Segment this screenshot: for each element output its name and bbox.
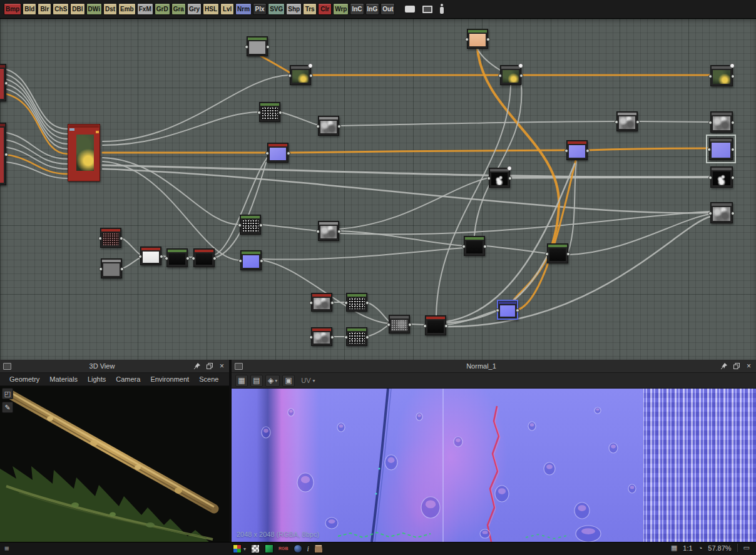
toolbar-button-plx[interactable]: Plx xyxy=(253,3,267,15)
graph-node-base-material[interactable] xyxy=(68,124,100,181)
float-icon[interactable] xyxy=(732,362,740,370)
tiles-icon[interactable]: ▦ xyxy=(671,544,677,552)
toolbar-button-out[interactable]: Out xyxy=(381,3,395,15)
comment-icon[interactable] xyxy=(405,6,415,13)
picker-icon[interactable]: ✎ xyxy=(2,402,13,413)
toolbar-button-svg[interactable]: SVG xyxy=(268,3,285,15)
graph-node-normal-combine-2[interactable] xyxy=(566,140,588,160)
graph-node-levels-dark-2[interactable] xyxy=(193,248,215,267)
graph-node-edge-red-1[interactable] xyxy=(0,64,6,101)
toolbar-button-gry[interactable]: Gry xyxy=(187,3,202,15)
graph-node-output-normal[interactable] xyxy=(709,138,733,160)
float-icon[interactable] xyxy=(205,362,213,370)
toolbar-button-grd[interactable]: GrD xyxy=(155,3,170,15)
graph-node-normal-drops[interactable] xyxy=(240,250,262,270)
pin-icon[interactable] xyxy=(720,362,728,370)
graph-node-uniform-dark[interactable] xyxy=(101,258,122,278)
node-output-dot[interactable] xyxy=(730,63,735,68)
graph-node-grunge-red[interactable] xyxy=(100,228,121,248)
graph-node-output-basecolor[interactable] xyxy=(710,65,733,86)
toolbar-button-chs[interactable]: ChS xyxy=(53,3,69,15)
toolbar-button-lvl[interactable]: Lvl xyxy=(220,3,234,15)
zoom-percent[interactable]: 57.87% xyxy=(708,544,731,552)
toolbar-button-nrm[interactable]: Nrm xyxy=(235,3,252,15)
graph-node-noise-fine-2[interactable] xyxy=(240,215,261,235)
color-chart-icon[interactable] xyxy=(233,544,242,553)
checker-icon[interactable] xyxy=(251,544,260,553)
frame-icon[interactable] xyxy=(422,6,432,13)
info-icon[interactable]: i xyxy=(307,544,309,553)
bucket-icon[interactable] xyxy=(314,544,323,553)
graph-node-drops-gray-2[interactable] xyxy=(311,327,332,346)
node-output-dot[interactable] xyxy=(507,166,512,171)
display-icon[interactable]: ▭ xyxy=(743,544,750,552)
graph-node-blend-white[interactable] xyxy=(140,247,161,265)
graph-node-output-roughness[interactable] xyxy=(710,111,733,133)
material-icon[interactable] xyxy=(265,544,273,553)
graph-node-blend-dark-1[interactable] xyxy=(464,236,485,256)
graph-node-drops-gray-1[interactable] xyxy=(311,293,332,312)
pin-icon[interactable] xyxy=(193,362,201,370)
graph-node-blend-red[interactable] xyxy=(425,315,446,335)
menu-camera[interactable]: Camera xyxy=(111,374,145,384)
graph-node-clouds-2[interactable] xyxy=(318,221,339,241)
sphere-icon[interactable] xyxy=(294,544,302,553)
grid-icon[interactable]: ▦ xyxy=(235,375,248,387)
toolbar-button-dst[interactable]: Dst xyxy=(103,3,117,15)
menu-materials[interactable]: Materials xyxy=(45,374,82,384)
graph-node-blend-dark-2[interactable] xyxy=(547,243,568,263)
graph-node-leaf-diffuse-1[interactable] xyxy=(290,65,311,85)
pin-tool-icon[interactable] xyxy=(440,7,444,14)
graph-canvas[interactable] xyxy=(0,19,756,360)
3d-viewport[interactable]: ◰ ✎ xyxy=(0,386,229,542)
graph-node-edge-red-2[interactable] xyxy=(0,123,6,185)
graph-node-drops-spec-2[interactable] xyxy=(346,327,367,346)
toolbar-button-fxm[interactable]: FxM xyxy=(137,3,153,15)
graph-node-normal-combine-1[interactable] xyxy=(267,143,289,163)
toolbar-button-gra[interactable]: Gra xyxy=(171,3,186,15)
pixel-ratio[interactable]: 1:1 xyxy=(683,544,692,552)
graph-node-drops-spec-1[interactable] xyxy=(346,293,367,312)
toolbar-button-emb[interactable]: Emb xyxy=(118,3,136,15)
close-icon[interactable]: × xyxy=(745,362,753,370)
toolbar-button-bmp[interactable]: Bmp xyxy=(4,3,21,15)
toolbar-button-dbl[interactable]: DBl xyxy=(70,3,84,15)
caret-icon[interactable]: ▾ xyxy=(243,546,246,552)
menu-geometry[interactable]: Geometry xyxy=(5,374,44,384)
graph-node-drops-mix[interactable] xyxy=(389,315,410,334)
snapshot-icon[interactable]: ◰ xyxy=(2,388,13,399)
node-output-dot[interactable] xyxy=(518,63,523,68)
toolbar-button-hsl[interactable]: HSL xyxy=(203,3,219,15)
graph-node-leaf-mask[interactable] xyxy=(489,168,510,188)
menu-environment[interactable]: Environment xyxy=(146,374,193,384)
uv-mode-dropdown[interactable]: UV▾ xyxy=(297,377,319,384)
toolbar-button-ing[interactable]: InG xyxy=(365,3,380,15)
graph-node-uniform-gray[interactable] xyxy=(247,36,268,56)
graph-node-levels-dark-1[interactable] xyxy=(166,248,188,267)
save-icon[interactable]: ▤ xyxy=(250,375,263,387)
graph-node-uniform-peach[interactable] xyxy=(467,29,488,49)
graph-node-output-height[interactable] xyxy=(710,202,733,223)
2d-viewport[interactable]: 2048 x 2048 (RGBA, 8bpc) xyxy=(232,389,756,542)
transform-icon[interactable]: ◈▾ xyxy=(265,375,280,387)
toolbar-button-bld[interactable]: Bld xyxy=(23,3,36,15)
toolbar-button-inc[interactable]: InC xyxy=(350,3,364,15)
graph-node-clouds-1[interactable] xyxy=(318,116,339,136)
outliner-icon[interactable]: ≡ xyxy=(4,544,9,553)
toolbar-button-clr[interactable]: Clr xyxy=(318,3,332,15)
toolbar-button-trs[interactable]: Trs xyxy=(303,3,317,15)
rgb-channels-icon[interactable]: RGB xyxy=(278,544,289,553)
graph-node-clouds-3[interactable] xyxy=(616,111,638,131)
toolbar-button-dwi[interactable]: DWi xyxy=(86,3,102,15)
toolbar-button-shp[interactable]: Shp xyxy=(286,3,302,15)
menu-scene[interactable]: Scene xyxy=(195,374,223,384)
menu-lights[interactable]: Lights xyxy=(83,374,110,384)
graph-node-output-opacity[interactable] xyxy=(710,166,733,188)
graph-node-normal-water[interactable] xyxy=(497,300,518,320)
graph-node-leaf-diffuse-2[interactable] xyxy=(500,65,521,85)
graph-node-noise-fine-1[interactable] xyxy=(259,102,280,122)
close-icon[interactable]: × xyxy=(218,362,226,370)
toolbar-button-wrp[interactable]: Wrp xyxy=(333,3,349,15)
zoom-circle-icon[interactable]: ◔ xyxy=(698,544,703,552)
node-output-dot[interactable] xyxy=(308,63,313,68)
